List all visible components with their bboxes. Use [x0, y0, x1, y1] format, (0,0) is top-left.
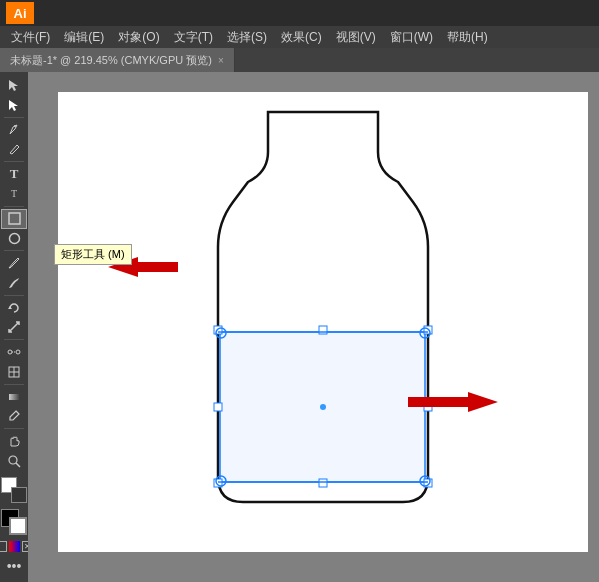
more-tools[interactable]: •••	[7, 558, 22, 574]
svg-rect-15	[214, 326, 222, 334]
pencil-tool[interactable]	[2, 140, 26, 158]
svg-rect-18	[214, 403, 222, 411]
svg-marker-31	[408, 392, 498, 412]
menu-file[interactable]: 文件(F)	[4, 27, 57, 48]
svg-point-6	[8, 350, 12, 354]
paintbrush-tool[interactable]	[2, 254, 26, 272]
document-tab[interactable]: 未标题-1* @ 219.45% (CMYK/GPU 预览) ×	[0, 48, 235, 72]
svg-rect-3	[9, 213, 20, 224]
menu-window[interactable]: 窗口(W)	[383, 27, 440, 48]
menu-effect[interactable]: 效果(C)	[274, 27, 329, 48]
blob-brush-tool[interactable]	[2, 273, 26, 291]
svg-point-4	[9, 233, 19, 243]
type-tool[interactable]: T	[2, 165, 26, 183]
toolbar-separator-6	[4, 339, 24, 340]
svg-point-2	[14, 125, 16, 127]
toolbar-separator-4	[4, 250, 24, 251]
none-color-btn[interactable]	[0, 541, 7, 552]
pen-tool[interactable]	[2, 121, 26, 139]
hand-tool[interactable]	[2, 432, 26, 450]
rectangle-tool[interactable]	[2, 210, 26, 228]
toolbar-separator-1	[4, 117, 24, 118]
current-colors[interactable]	[1, 509, 27, 535]
ai-logo: Ai	[6, 2, 34, 24]
select-tool[interactable]	[2, 76, 26, 94]
gradient-tool[interactable]	[2, 388, 26, 406]
menubar: 文件(F) 编辑(E) 对象(O) 文字(T) 选择(S) 效果(C) 视图(V…	[0, 26, 599, 48]
fill-stroke-default[interactable]	[1, 477, 27, 503]
svg-marker-0	[9, 80, 18, 91]
toolbar-separator-8	[4, 428, 24, 429]
ellipse-tool[interactable]	[2, 229, 26, 247]
menu-object[interactable]: 对象(O)	[111, 27, 166, 48]
toolbar-separator-5	[4, 295, 24, 296]
fill-swatch[interactable]	[11, 487, 27, 503]
red-arrow-canvas	[408, 387, 508, 417]
menu-edit[interactable]: 编辑(E)	[57, 27, 111, 48]
menu-help[interactable]: 帮助(H)	[440, 27, 495, 48]
direct-select-tool[interactable]	[2, 95, 26, 113]
gradient-color-btn[interactable]	[9, 541, 20, 552]
svg-marker-5	[8, 306, 12, 309]
menu-view[interactable]: 视图(V)	[329, 27, 383, 48]
document-canvas	[58, 92, 588, 552]
eyedropper-tool[interactable]	[2, 407, 26, 425]
canvas-area[interactable]: 矩形工具 (M)	[28, 72, 599, 582]
svg-rect-21	[319, 479, 327, 487]
toolbar-separator-2	[4, 161, 24, 162]
toolbar-separator-7	[4, 384, 24, 385]
titlebar: Ai	[0, 0, 599, 26]
bottle-drawing	[58, 92, 588, 552]
tabbar: 未标题-1* @ 219.45% (CMYK/GPU 预览) ×	[0, 48, 599, 72]
svg-marker-1	[9, 100, 18, 111]
blend-tool[interactable]	[2, 343, 26, 361]
tooltip-rectangle-tool: 矩形工具 (M)	[54, 244, 132, 265]
tab-close-button[interactable]: ×	[218, 55, 224, 66]
svg-point-7	[16, 350, 20, 354]
mesh-tool[interactable]	[2, 362, 26, 380]
svg-line-13	[16, 463, 20, 467]
svg-rect-11	[9, 394, 19, 400]
menu-type[interactable]: 文字(T)	[167, 27, 220, 48]
svg-rect-17	[424, 326, 432, 334]
scale-tool[interactable]	[2, 318, 26, 336]
menu-select[interactable]: 选择(S)	[220, 27, 274, 48]
main-area: T T	[0, 72, 599, 582]
svg-point-12	[9, 456, 17, 464]
zoom-tool[interactable]	[2, 451, 26, 469]
toolbar-separator-3	[4, 206, 24, 207]
tab-label: 未标题-1* @ 219.45% (CMYK/GPU 预览)	[10, 53, 212, 68]
rotate-tool[interactable]	[2, 299, 26, 317]
touch-type-tool[interactable]: T	[2, 184, 26, 202]
svg-rect-16	[319, 326, 327, 334]
svg-point-23	[320, 404, 326, 410]
toolbar: T T	[0, 72, 28, 582]
background-swatch[interactable]	[9, 517, 27, 535]
